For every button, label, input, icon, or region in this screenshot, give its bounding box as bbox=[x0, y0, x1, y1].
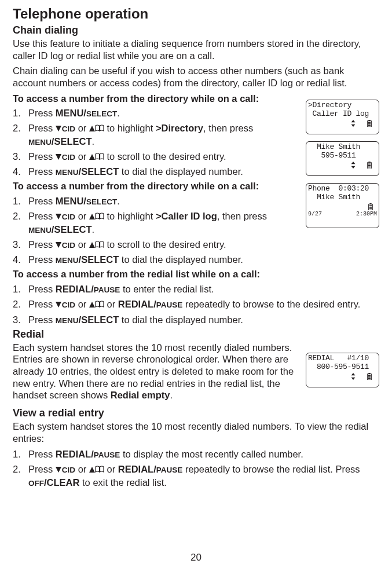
down-cid-icon: CID bbox=[56, 240, 75, 251]
text: /CLEAR bbox=[44, 477, 79, 488]
list-item: Press CID or to scroll to the desired en… bbox=[13, 150, 379, 163]
text: or bbox=[75, 211, 89, 221]
text: /SELECT bbox=[79, 254, 119, 265]
down-cid-icon: CID bbox=[56, 300, 75, 310]
up-dir-icon bbox=[89, 301, 104, 308]
text: Press bbox=[28, 211, 56, 221]
list-item: Press REDIAL/PAUSE to enter the redial l… bbox=[13, 283, 379, 295]
cid-label: CID bbox=[62, 212, 75, 222]
text: Press bbox=[28, 299, 56, 309]
list-item: Press REDIAL/PAUSE to display the most r… bbox=[13, 448, 379, 460]
list-item: Press MENU/SELECT to dial the displayed … bbox=[13, 253, 379, 266]
list-item: Press MENU/SELECT to dial the displayed … bbox=[13, 165, 379, 178]
up-dir-icon bbox=[89, 213, 104, 219]
up-dir-icon bbox=[89, 153, 104, 160]
text: to scroll to the desired entry. bbox=[104, 151, 226, 162]
text: . bbox=[117, 108, 120, 118]
cid-label: CID bbox=[62, 300, 75, 310]
text: Press bbox=[28, 464, 56, 474]
text: . bbox=[117, 196, 120, 206]
text: PAUSE bbox=[156, 301, 183, 309]
text: to highlight bbox=[104, 123, 156, 133]
list-item: Press MENU/SELECT. bbox=[13, 195, 379, 207]
text: MENU/ bbox=[56, 108, 86, 118]
view-heading: View a redial entry bbox=[13, 407, 379, 419]
section-b-list: Press MENU/SELECT. Press CID or to highl… bbox=[13, 195, 379, 266]
text: >Caller ID log bbox=[156, 211, 217, 221]
book-icon bbox=[95, 213, 104, 219]
text: MENU bbox=[56, 168, 79, 177]
text: to highlight bbox=[104, 211, 156, 221]
text: Press bbox=[28, 314, 56, 325]
text: to dial the displayed number. bbox=[119, 254, 243, 265]
text: /SELECT bbox=[79, 166, 119, 177]
text: REDIAL/ bbox=[56, 449, 94, 459]
view-p1: Each system handset stores the 10 most r… bbox=[13, 420, 379, 444]
text: to dial the displayed number. bbox=[119, 314, 243, 325]
text: to dial the displayed number. bbox=[119, 166, 243, 177]
list-item: Press CID or to scroll to the desired en… bbox=[13, 238, 379, 251]
text: PAUSE bbox=[156, 466, 183, 474]
text: or bbox=[75, 239, 89, 250]
text: . bbox=[91, 136, 94, 147]
text: REDIAL/ bbox=[118, 299, 156, 309]
text: to enter the redial list. bbox=[120, 284, 214, 294]
redial-heading: Redial bbox=[13, 328, 379, 341]
text: Press bbox=[28, 166, 56, 177]
text: to scroll to the desired entry. bbox=[104, 239, 226, 250]
text: /SELECT bbox=[79, 314, 119, 325]
lcd-line: Phone 0:03:20 bbox=[308, 185, 377, 193]
down-cid-icon: CID bbox=[56, 152, 75, 163]
up-dir-icon bbox=[89, 466, 104, 473]
list-item: Press MENU/SELECT to dial the displayed … bbox=[13, 313, 379, 326]
chain-heading: Chain dialing bbox=[13, 24, 379, 36]
text: Press bbox=[28, 108, 56, 118]
text: MENU bbox=[28, 138, 52, 147]
text: /SELECT bbox=[52, 136, 92, 147]
text: to display the most recently called numb… bbox=[120, 449, 303, 459]
text: >Directory bbox=[156, 123, 203, 133]
text: or bbox=[75, 299, 89, 309]
down-cid-icon: CID bbox=[56, 212, 75, 222]
page-number: 20 bbox=[0, 552, 392, 563]
text: MENU bbox=[56, 316, 79, 325]
text: or bbox=[104, 464, 118, 474]
text: REDIAL/ bbox=[56, 284, 94, 294]
text: repeatedly to browse the redial list. Pr… bbox=[182, 464, 360, 474]
battery-icon bbox=[367, 120, 372, 127]
text: , then press bbox=[217, 211, 267, 221]
chain-p1: Use this feature to initiate a dialing s… bbox=[13, 38, 379, 61]
text: or bbox=[104, 299, 118, 309]
text: Press bbox=[28, 254, 56, 265]
text: repeatedly to browse to the desired entr… bbox=[182, 299, 360, 309]
updown-icon bbox=[350, 120, 356, 127]
lcd-redial: REDIAL #1/10 800-595-9511 bbox=[306, 353, 379, 387]
text: SELECT bbox=[86, 109, 117, 118]
lcd-line: 800-595-9511 bbox=[308, 363, 377, 372]
book-icon bbox=[95, 125, 104, 131]
list-item: Press CID or to highlight >Directory, th… bbox=[13, 122, 302, 148]
text: Press bbox=[28, 449, 56, 459]
text: PAUSE bbox=[94, 286, 120, 294]
up-dir-icon bbox=[89, 241, 104, 248]
book-icon bbox=[95, 153, 104, 160]
text: SELECT bbox=[86, 197, 117, 206]
text: MENU bbox=[56, 256, 79, 265]
text: Press bbox=[28, 123, 56, 133]
text: MENU bbox=[28, 226, 52, 235]
text: OFF bbox=[28, 479, 44, 488]
up-dir-icon bbox=[89, 125, 104, 131]
text: , then press bbox=[203, 123, 253, 133]
page-title: Telephone operation bbox=[13, 6, 379, 22]
lcd-line: REDIAL #1/10 bbox=[308, 354, 377, 363]
text: PAUSE bbox=[94, 451, 120, 459]
text: . bbox=[91, 224, 94, 235]
section-c-list: Press REDIAL/PAUSE to enter the redial l… bbox=[13, 283, 379, 326]
book-icon bbox=[95, 241, 104, 248]
text: Press bbox=[28, 284, 56, 294]
cid-label: CID bbox=[62, 152, 75, 163]
text: Press bbox=[28, 239, 56, 250]
list-item: Press MENU/SELECT. bbox=[13, 107, 379, 119]
view-list: Press REDIAL/PAUSE to display the most r… bbox=[13, 448, 379, 489]
lcd-date: 9/27 bbox=[308, 211, 322, 218]
